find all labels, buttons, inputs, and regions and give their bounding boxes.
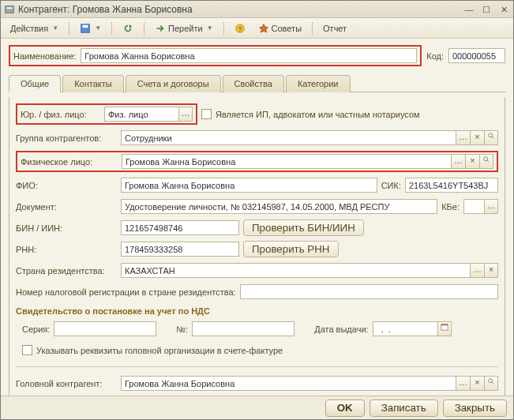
row-group: Группа контрагентов: … × (16, 129, 498, 146)
kbe-input[interactable] (463, 199, 484, 214)
person-ellipsis-button[interactable]: … (451, 154, 465, 169)
country-input[interactable] (121, 263, 470, 278)
name-input[interactable] (81, 48, 417, 63)
group-ellipsis-button[interactable]: … (456, 130, 470, 145)
actions-menu[interactable]: Действия▼ (6, 21, 63, 36)
num-input[interactable] (192, 321, 295, 336)
svg-line-9 (487, 160, 490, 163)
person-input[interactable] (122, 154, 451, 169)
person-clear-button[interactable]: × (465, 154, 479, 169)
series-input[interactable] (54, 321, 156, 336)
maximize-icon[interactable]: ☐ (480, 4, 493, 15)
headorg-checkbox[interactable] (22, 345, 32, 355)
chevron-down-icon: ▼ (95, 24, 101, 32)
group-input[interactable] (121, 130, 456, 145)
svg-rect-3 (83, 24, 88, 28)
write-button[interactable]: Записать (370, 399, 438, 417)
type-input[interactable] (104, 107, 178, 122)
issued-input[interactable] (373, 321, 437, 336)
tabs: Общие Контакты Счета и договоры Свойства… (9, 74, 505, 92)
sik-input[interactable] (405, 178, 498, 193)
bin-input[interactable] (121, 220, 239, 235)
country-ellipsis-button[interactable]: … (470, 263, 484, 278)
nds-section-title: Свидетельство о постановке на учет по НД… (16, 306, 498, 316)
series-label: Серия: (22, 324, 50, 334)
code-label: Код: (426, 51, 444, 61)
headorg-search-button[interactable] (484, 376, 498, 391)
row-fio: ФИО: СИК: (16, 177, 498, 193)
group-label: Группа контрагентов: (16, 133, 117, 143)
doc-input[interactable] (121, 199, 437, 214)
save-icon-button[interactable]: ▼ (75, 21, 106, 36)
divider (16, 366, 498, 367)
rnn-input[interactable] (121, 242, 239, 257)
tab-categories[interactable]: Категории (286, 75, 351, 92)
code-input[interactable] (448, 48, 505, 63)
titlebar: Контрагент: Громова Жанна Борисовна — ☐ … (1, 1, 513, 18)
group-clear-button[interactable]: × (470, 130, 484, 145)
row-document: Документ: КБе: … (16, 198, 498, 215)
ip-label: Является ИП, адвокатом или частным нотар… (216, 110, 420, 119)
row-nds-fields: Серия: №: Дата выдачи: (16, 321, 498, 337)
svg-rect-0 (6, 6, 14, 13)
row-bin: БИН / ИИН: Проверить БИН/ИИН (16, 219, 498, 236)
country-label: Страна резидентства: (16, 266, 117, 276)
app-icon (4, 4, 15, 15)
rnn-label: РНН: (16, 245, 117, 254)
help-icon-button[interactable]: ? (230, 21, 250, 36)
tab-accounts[interactable]: Счета и договоры (126, 75, 221, 92)
person-label: Физическое лицо: (21, 157, 117, 167)
footer: OK Записать Закрыть (1, 396, 513, 419)
type-label: Юр. / физ. лицо: (21, 110, 99, 119)
tab-panel-general: Юр. / физ. лицо: … Является ИП, адвокато… (9, 97, 505, 396)
doc-label: Документ: (16, 202, 117, 212)
taxreg-label: Номер налоговой регистрации в стране рез… (16, 287, 236, 297)
goto-menu[interactable]: Перейти▼ (150, 21, 218, 36)
row-taxreg: Номер налоговой регистрации в стране рез… (16, 283, 498, 300)
kbe-label: КБе: (441, 202, 460, 212)
svg-text:?: ? (238, 24, 242, 32)
chevron-down-icon: ▼ (207, 24, 213, 32)
country-clear-button[interactable]: × (484, 263, 498, 278)
taxreg-input[interactable] (240, 284, 498, 299)
headorg-input[interactable] (121, 376, 456, 391)
group-search-button[interactable] (484, 130, 498, 145)
ok-button[interactable]: OK (325, 399, 365, 417)
svg-rect-11 (441, 324, 447, 326)
row-country: Страна резидентства: … × (16, 262, 498, 279)
chevron-down-icon: ▼ (52, 24, 58, 32)
type-ellipsis-button[interactable]: … (178, 107, 193, 122)
fio-input[interactable] (121, 178, 377, 193)
report-button[interactable]: Отчет (318, 21, 351, 36)
window-root: Контрагент: Громова Жанна Борисовна — ☐ … (0, 0, 514, 420)
row-headorg: Головной контрагент: … × (16, 375, 498, 392)
bin-label: БИН / ИИН: (16, 223, 117, 233)
tab-general[interactable]: Общие (9, 75, 61, 92)
name-highlight: Наименование: (9, 45, 422, 66)
row-type: Юр. / физ. лицо: … Является ИП, адвокато… (16, 103, 498, 125)
row-person: Физическое лицо: … × (16, 151, 498, 172)
sik-label: СИК: (381, 181, 401, 190)
minimize-icon[interactable]: — (463, 4, 475, 15)
toolbar: Действия▼ ▼ Перейти▼ ? Советы Отчет (1, 18, 513, 39)
calendar-icon[interactable] (437, 321, 452, 336)
check-bin-button[interactable]: Проверить БИН/ИИН (243, 219, 364, 236)
headorg-clear-button[interactable]: × (470, 376, 484, 391)
content-area: Наименование: Код: Общие Контакты Счета … (1, 39, 513, 396)
tab-properties[interactable]: Свойства (223, 75, 284, 92)
tab-contacts[interactable]: Контакты (62, 75, 124, 92)
num-label: №: (176, 324, 188, 334)
headorg-label: Головной контрагент: (16, 379, 117, 388)
person-search-button[interactable] (479, 154, 493, 169)
fio-label: ФИО: (16, 181, 117, 190)
window-controls: — ☐ ✕ (463, 4, 510, 15)
refresh-icon-button[interactable] (118, 21, 138, 36)
ip-checkbox[interactable] (201, 109, 212, 119)
close-button[interactable]: Закрыть (443, 399, 507, 417)
close-icon[interactable]: ✕ (497, 4, 510, 15)
kbe-ellipsis-button[interactable]: … (484, 199, 498, 214)
advice-button[interactable]: Советы (253, 21, 306, 36)
header-row: Наименование: Код: (9, 45, 505, 66)
check-rnn-button[interactable]: Проверить РНН (243, 241, 339, 257)
headorg-ellipsis-button[interactable]: … (456, 376, 470, 391)
